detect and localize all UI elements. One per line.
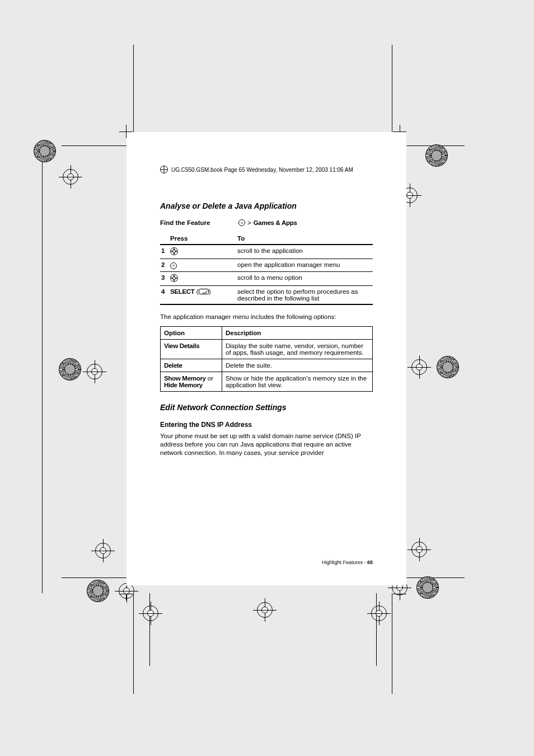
steps-table: Press To 1 scroll to the application 2 ≡ bbox=[160, 233, 373, 305]
nav-key-icon bbox=[170, 274, 178, 282]
subheading: Entering the DNS IP Address bbox=[160, 421, 373, 429]
step-number: 2 bbox=[160, 259, 169, 272]
table-row: Delete Delete the suite. bbox=[161, 359, 373, 372]
table-row: Show Memory or Hide Memory Show or hide … bbox=[161, 372, 373, 392]
crosshair-target-icon bbox=[95, 543, 111, 558]
crosshair-target-icon bbox=[87, 364, 102, 379]
crosshair-target-icon bbox=[143, 605, 158, 621]
crosshair-target-icon bbox=[411, 359, 427, 375]
step-number: 1 bbox=[160, 245, 169, 259]
steps-header-to: To bbox=[236, 233, 373, 245]
grille-icon bbox=[87, 580, 109, 602]
options-header-description: Description bbox=[222, 327, 373, 340]
menu-icon: ≡ bbox=[238, 219, 245, 226]
menu-path-text: Games & Apps bbox=[254, 219, 297, 226]
option-name-b: Hide Memory bbox=[164, 382, 203, 388]
option-name: View Details bbox=[164, 342, 199, 349]
find-the-feature-row: Find the Feature ≡ > Games & Apps bbox=[160, 219, 373, 226]
table-row: 3 scroll to a menu option bbox=[160, 271, 373, 285]
page-sheet: UG.C550.GSM.book Page 65 Wednesday, Nove… bbox=[127, 132, 406, 585]
find-feature-label: Find the Feature bbox=[160, 219, 238, 226]
find-feature-path: ≡ > Games & Apps bbox=[238, 219, 297, 226]
step-action: scroll to the application bbox=[236, 245, 373, 259]
grille-icon bbox=[425, 144, 448, 167]
grille-icon bbox=[437, 356, 459, 378]
crosshair-target-icon bbox=[119, 583, 134, 599]
option-description: Display the suite name, vendor, version,… bbox=[222, 340, 373, 359]
body-paragraph: Your phone must be set up with a valid d… bbox=[160, 432, 373, 457]
grille-icon bbox=[34, 140, 56, 162]
table-row: View Details Display the suite name, ven… bbox=[161, 340, 373, 359]
crosshair-target-icon bbox=[63, 169, 78, 185]
option-name: Delete bbox=[164, 362, 182, 369]
option-description: Show or hide the application's memory si… bbox=[222, 372, 373, 392]
crosshair-target-icon bbox=[371, 605, 387, 621]
crop-mark bbox=[392, 593, 392, 694]
options-table: Option Description View Details Display … bbox=[160, 326, 373, 392]
step-action: select the option to perform procedures … bbox=[236, 285, 373, 304]
header-text: UG.C550.GSM.book Page 65 Wednesday, Nove… bbox=[171, 167, 353, 173]
crop-mark bbox=[376, 593, 377, 666]
crop-mark bbox=[149, 593, 150, 666]
section-title: Edit Network Connection Settings bbox=[160, 403, 373, 412]
table-row: 4 SELECT () select the option to perform… bbox=[160, 285, 373, 304]
footer-section-text: Highlight Features - bbox=[322, 560, 367, 565]
gt-symbol: > bbox=[247, 219, 251, 226]
footer-page-number: 65 bbox=[367, 560, 373, 565]
close-paren: ) bbox=[209, 288, 211, 295]
table-row: 1 scroll to the application bbox=[160, 245, 373, 259]
intro-paragraph: The application manager menu includes th… bbox=[160, 313, 373, 321]
grille-icon bbox=[59, 358, 81, 381]
step-action: open the application manager menu bbox=[236, 259, 373, 272]
menu-icon: ≡ bbox=[170, 262, 177, 269]
section-title: Analyse or Delete a Java Application bbox=[160, 201, 373, 210]
option-name-a: Show Memory bbox=[164, 375, 206, 382]
crosshair-target-icon bbox=[411, 542, 427, 557]
step-action: scroll to a menu option bbox=[236, 271, 373, 285]
option-description: Delete the suite. bbox=[222, 359, 373, 372]
page-header: UG.C550.GSM.book Page 65 Wednesday, Nove… bbox=[160, 166, 373, 173]
header-marker-icon bbox=[160, 166, 168, 173]
right-softkey-icon bbox=[199, 289, 209, 294]
crosshair-target-icon bbox=[257, 602, 273, 618]
table-row: 2 ≡ open the application manager menu bbox=[160, 259, 373, 272]
crop-mark bbox=[42, 145, 43, 593]
grille-icon bbox=[416, 576, 439, 599]
steps-header-press: Press bbox=[169, 233, 236, 245]
step-number: 3 bbox=[160, 271, 169, 285]
option-or-text: or bbox=[206, 375, 213, 382]
crop-mark bbox=[133, 593, 134, 694]
page-footer: Highlight Features - 65 bbox=[322, 560, 373, 565]
nav-key-icon bbox=[170, 247, 178, 255]
step-number: 4 bbox=[160, 285, 169, 304]
select-softkey-label: SELECT bbox=[170, 288, 195, 295]
options-header-option: Option bbox=[161, 327, 222, 340]
